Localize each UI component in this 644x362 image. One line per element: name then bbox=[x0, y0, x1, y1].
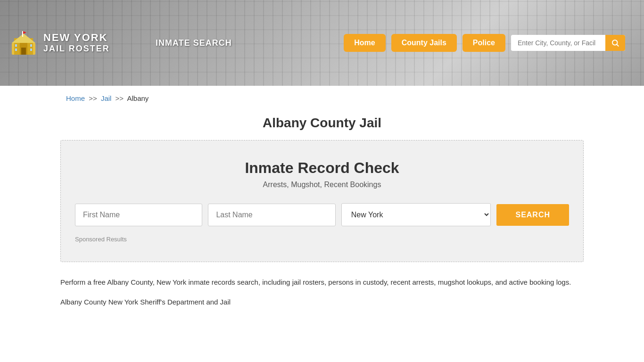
search-form-row: AlabamaAlaskaArizonaArkansasCaliforniaCo… bbox=[75, 203, 569, 226]
inmate-search-label: INMATE SEARCH bbox=[156, 38, 232, 48]
nav-home-button[interactable]: Home bbox=[344, 34, 385, 52]
main-nav: Home County Jails Police bbox=[344, 34, 625, 52]
body-text-section: Perform a free Albany County, New York i… bbox=[60, 276, 584, 308]
record-check-subtitle: Arrests, Mugshot, Recent Bookings bbox=[75, 181, 569, 189]
search-submit-button[interactable]: SEARCH bbox=[496, 204, 569, 226]
header-search-area bbox=[511, 35, 625, 51]
breadcrumb-home[interactable]: Home bbox=[66, 94, 85, 102]
svg-rect-10 bbox=[15, 49, 17, 51]
body-paragraph-2-text: Albany County New York Sheriff's Departm… bbox=[60, 298, 231, 306]
breadcrumb-current: Albany bbox=[127, 94, 149, 102]
last-name-input[interactable] bbox=[208, 204, 335, 226]
site-header: NEW YORK JAIL ROSTER INMATE SEARCH Home … bbox=[0, 0, 644, 86]
record-check-title: Inmate Record Check bbox=[75, 159, 569, 177]
body-paragraph-2: Albany County New York Sheriff's Departm… bbox=[60, 296, 584, 308]
logo-area: NEW YORK JAIL ROSTER bbox=[9, 29, 137, 57]
nav-county-jails-button[interactable]: County Jails bbox=[391, 34, 457, 52]
logo-jail-roster: JAIL ROSTER bbox=[43, 44, 110, 54]
svg-rect-5 bbox=[21, 48, 26, 55]
page-title: Albany County Jail bbox=[0, 115, 644, 131]
svg-marker-7 bbox=[23, 31, 26, 34]
logo-text: NEW YORK JAIL ROSTER bbox=[43, 32, 110, 53]
breadcrumb-sep-2: >> bbox=[116, 94, 124, 102]
svg-rect-8 bbox=[15, 44, 17, 47]
breadcrumb-jail[interactable]: Jail bbox=[101, 94, 112, 102]
page-title-section: Albany County Jail bbox=[0, 115, 644, 131]
svg-rect-9 bbox=[30, 44, 32, 47]
logo-new-york: NEW YORK bbox=[43, 32, 110, 43]
svg-rect-11 bbox=[30, 49, 32, 51]
breadcrumb: Home >> Jail >> Albany bbox=[0, 86, 644, 111]
state-select[interactable]: AlabamaAlaskaArizonaArkansasCaliforniaCo… bbox=[341, 203, 491, 226]
record-check-box: Inmate Record Check Arrests, Mugshot, Re… bbox=[60, 140, 584, 262]
first-name-input[interactable] bbox=[75, 204, 202, 226]
body-paragraph-1: Perform a free Albany County, New York i… bbox=[60, 276, 584, 288]
svg-line-13 bbox=[617, 44, 618, 46]
header-search-input[interactable] bbox=[511, 35, 605, 50]
nav-police-button[interactable]: Police bbox=[462, 34, 505, 52]
search-icon bbox=[611, 39, 619, 47]
logo-icon bbox=[9, 29, 38, 57]
header-search-button[interactable] bbox=[605, 35, 625, 51]
svg-rect-6 bbox=[22, 31, 23, 37]
sponsored-results-label: Sponsored Results bbox=[75, 236, 569, 243]
breadcrumb-sep-1: >> bbox=[89, 94, 97, 102]
